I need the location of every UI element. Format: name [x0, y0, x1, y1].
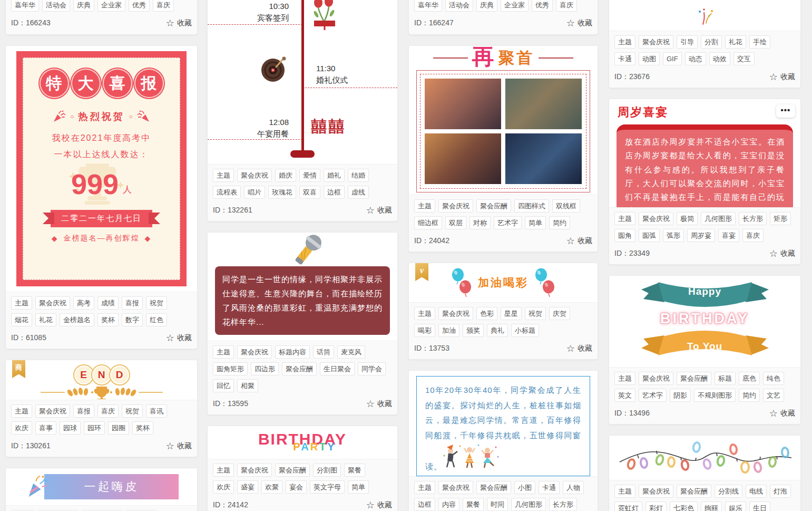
tag-pill[interactable]: 聚会应酬: [275, 464, 310, 477]
tag-pill[interactable]: 庆典: [476, 0, 497, 12]
tag-pill[interactable]: 主题: [11, 404, 32, 418]
tag-pill[interactable]: 双线框: [552, 199, 580, 213]
tag-pill[interactable]: 生日聚会: [320, 362, 355, 375]
tag-pill[interactable]: 喜报: [73, 404, 94, 418]
tag-pill[interactable]: 主题: [11, 296, 32, 310]
tag-pill[interactable]: 阴影: [670, 389, 691, 402]
tag-pill[interactable]: 小图: [514, 481, 535, 494]
tag-pill[interactable]: 聚会庆祝: [438, 481, 473, 494]
favorite-button[interactable]: ☆收藏: [166, 18, 192, 28]
favorite-button[interactable]: ☆收藏: [769, 409, 795, 418]
tag-pill[interactable]: 主题: [414, 307, 435, 320]
tag-pill[interactable]: 喜宴: [718, 229, 739, 242]
card-preview[interactable]: 加油喝彩: [409, 263, 598, 303]
tag-pill[interactable]: 圆角: [614, 229, 635, 242]
tag-pill[interactable]: 成绩: [97, 296, 119, 310]
tag-pill[interactable]: 聚会庆祝: [35, 296, 70, 310]
card-preview[interactable]: 再聚首: [409, 46, 598, 195]
tag-pill[interactable]: 弧形: [663, 229, 684, 242]
tag-pill[interactable]: 喜庆: [97, 404, 119, 418]
tag-pill[interactable]: 优秀: [129, 0, 150, 12]
tag-pill[interactable]: 内容: [438, 498, 459, 511]
tag-pill[interactable]: 分割图: [313, 464, 341, 477]
tag-pill[interactable]: 艺术字: [494, 216, 522, 229]
tag-pill[interactable]: 艺术字: [639, 389, 667, 402]
card-preview[interactable]: 同学是一生一世的情缘，同学相聚并非展示仕途得意、生意兴隆的舞台，而在描绘经历了风…: [208, 233, 397, 341]
tag-pill[interactable]: 聚会庆祝: [639, 35, 673, 49]
tag-pill[interactable]: 简单: [525, 216, 546, 229]
tag-pill[interactable]: 电线: [746, 485, 767, 498]
tag-pill[interactable]: 聚会应酬: [282, 362, 317, 375]
card-preview[interactable]: 特大喜报 ○热烈祝贺○ 我校在2021年度高考中 一本以上达线人数达： 999人…: [6, 46, 197, 292]
tag-pill[interactable]: 嘉年华: [414, 0, 442, 12]
tag-pill[interactable]: 四图样式: [514, 199, 549, 213]
tag-pill[interactable]: 礼花: [725, 35, 746, 49]
tag-pill[interactable]: 欢聚: [261, 480, 282, 494]
tag-pill[interactable]: 红色: [146, 313, 167, 326]
tag-pill[interactable]: 喜报: [122, 296, 143, 310]
tag-pill[interactable]: 欢庆: [11, 421, 32, 435]
tag-pill[interactable]: 简单: [348, 480, 369, 494]
template-card[interactable]: 同学是一生一世的情缘，同学相聚并非展示仕途得意、生意兴隆的舞台，而在描绘经历了风…: [207, 232, 398, 415]
tag-pill[interactable]: 娱乐: [725, 502, 746, 511]
tag-pill[interactable]: 英文: [614, 389, 635, 402]
template-card[interactable]: 主题聚会庆祝引导分割礼花手绘卡通动图GIF动态动效交互ID：23676☆收藏: [609, 0, 801, 88]
tag-pill[interactable]: 对称: [469, 216, 491, 229]
tag-pill[interactable]: 主题: [614, 485, 635, 498]
tag-pill[interactable]: 园球: [60, 421, 81, 435]
tag-pill[interactable]: 颁奖: [463, 324, 484, 337]
card-preview[interactable]: 一起嗨皮: [6, 468, 197, 506]
tag-pill[interactable]: 七彩色: [670, 502, 698, 511]
favorite-button[interactable]: ☆收藏: [566, 344, 592, 353]
tag-pill[interactable]: 主题: [614, 212, 635, 225]
tag-pill[interactable]: 喜庆: [742, 229, 764, 242]
tag-pill[interactable]: 简约: [739, 389, 760, 402]
template-card[interactable]: 加油喝彩主题聚会庆祝色彩星星祝贺庆贺喝彩加油颁奖典礼小标题ID：13753☆收藏…: [408, 263, 598, 360]
tag-pill[interactable]: 主题: [414, 481, 435, 494]
tag-pill[interactable]: 交互: [733, 52, 755, 65]
template-card[interactable]: BIRTHDAYPARTY主题聚会庆祝聚会应酬分割图聚餐欢庆盛宴欢聚宴会英文字母…: [207, 426, 398, 511]
tag-pill[interactable]: 几何图形: [701, 212, 736, 225]
tag-pill[interactable]: 聚会庆祝: [35, 404, 70, 418]
tag-pill[interactable]: 聚会庆祝: [237, 345, 272, 359]
tag-pill[interactable]: 长方形: [549, 498, 577, 511]
tag-pill[interactable]: 聚会庆祝: [639, 485, 673, 498]
card-preview[interactable]: 10:30宾客签到11:30婚礼仪式12:08午宴用餐 囍囍: [208, 0, 397, 165]
favorite-button[interactable]: ☆收藏: [166, 441, 192, 451]
tag-pill[interactable]: 宴会: [286, 480, 307, 494]
favorite-button[interactable]: ☆收藏: [769, 249, 795, 258]
tag-pill[interactable]: GIF: [663, 52, 682, 65]
tag-pill[interactable]: 婚礼: [324, 169, 345, 182]
tag-pill[interactable]: 唱片: [244, 186, 265, 199]
favorite-button[interactable]: ☆收藏: [366, 399, 392, 409]
tag-pill[interactable]: 简约: [549, 216, 570, 229]
tag-pill[interactable]: 手绘: [749, 35, 770, 49]
tag-pill[interactable]: 圆角矩形: [213, 362, 248, 375]
card-preview[interactable]: HappyBIRTHDAYTo You: [609, 276, 800, 368]
tag-pill[interactable]: 分割线: [715, 485, 742, 498]
tag-pill[interactable]: 聚会庆祝: [438, 307, 473, 320]
tag-pill[interactable]: 聚会庆祝: [237, 464, 272, 477]
tag-pill[interactable]: 边框: [324, 186, 345, 199]
tag-pill[interactable]: 标题: [715, 372, 736, 385]
tag-pill[interactable]: 喜庆: [556, 0, 577, 12]
template-card[interactable]: END主题聚会庆祝喜报喜庆祝贺喜讯欢庆喜事园球园环园圈奖杯ID：130261☆收…: [5, 360, 198, 457]
card-preview[interactable]: END: [6, 360, 197, 400]
tag-pill[interactable]: 星星: [501, 307, 522, 320]
more-button[interactable]: •••: [776, 104, 795, 118]
tag-pill[interactable]: 麦克风: [337, 345, 365, 359]
tag-pill[interactable]: 喝彩: [414, 324, 435, 337]
tag-pill[interactable]: 圆弧: [639, 229, 660, 242]
tag-pill[interactable]: 聚餐: [344, 464, 365, 477]
card-preview[interactable]: 周岁喜宴放在酒店办周岁宴并不适合小宝宝。在酒店办周岁宴都是给大人看的，宝宝们是没…: [609, 99, 800, 208]
tag-pill[interactable]: 四边形: [251, 362, 279, 375]
favorite-button[interactable]: ☆收藏: [166, 333, 192, 343]
tag-pill[interactable]: 礼花: [35, 313, 56, 326]
tag-pill[interactable]: 小标题: [511, 324, 539, 337]
tag-pill[interactable]: 数字: [122, 313, 143, 326]
tag-pill[interactable]: 同学会: [358, 362, 386, 375]
tag-pill[interactable]: 标题内容: [275, 345, 310, 359]
card-preview[interactable]: [609, 0, 800, 31]
tag-pill[interactable]: 园环: [84, 421, 105, 435]
template-card[interactable]: 特大喜报 ○热烈祝贺○ 我校在2021年度高考中 一本以上达线人数达： 999人…: [5, 45, 198, 349]
